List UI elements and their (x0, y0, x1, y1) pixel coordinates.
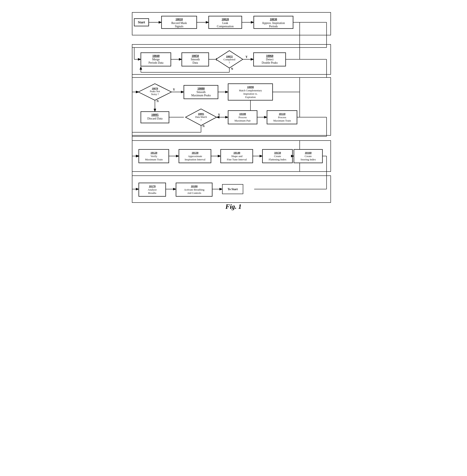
node-10080-id: 10080 (197, 87, 205, 90)
label-10070-Y: Y (173, 88, 175, 91)
node-10070-label2: Noisy ? (151, 93, 159, 96)
flowchart-diagram: Start 10010 Record Mask Signals 10020 Le… (130, 6, 337, 462)
node-10020-label1: Leak (222, 22, 228, 25)
node-10130-id: 10130 (192, 151, 198, 154)
label-10055-Y: Y (246, 55, 247, 59)
node-10120-label1: Verify (151, 155, 157, 158)
node-10120-label2: Maximum Train (145, 158, 163, 161)
node-10095-label: Discard Data (147, 117, 163, 120)
node-10170-label2: Breaths (148, 191, 156, 194)
node-10060-label1: Detect (266, 58, 274, 61)
node-10180-label2: Aid Controls (187, 191, 201, 194)
node-10080-label2: Maximum Peaks (191, 94, 211, 97)
node-10100-label2: Maximum Pair (234, 119, 251, 122)
node-10150-label1: Create (274, 155, 281, 158)
node-10160-label1: Create (305, 155, 312, 158)
label-10055-N: N (231, 67, 233, 71)
node-10170-label1: Analyze (148, 188, 157, 191)
node-10020-label2: Compensation (217, 25, 234, 28)
node-10040-id: 10040 (152, 54, 160, 57)
node-10030-label2: Periods (269, 25, 278, 28)
node-10100-id: 10100 (239, 112, 246, 115)
node-10040-label2: Periods Data (148, 61, 164, 64)
node-10110-id: 10110 (279, 112, 285, 115)
node-10180-label1: Activate Breathing (184, 188, 205, 191)
label-10091-Y: Y (218, 113, 220, 116)
node-10055-label1: Completed (223, 58, 235, 61)
node-10091-label1: Data Match (195, 115, 207, 118)
node-10050-label2: Data (193, 61, 198, 64)
node-10090-label1: Match Complementary (239, 89, 262, 92)
node-10120-id: 10120 (151, 151, 157, 154)
node-10140-id: 10140 (234, 151, 240, 154)
node-10030-id: 10030 (270, 18, 277, 21)
node-10170-id: 10170 (149, 185, 156, 188)
label-10091-N: N (203, 125, 205, 128)
node-10091-label2: ? (200, 119, 201, 122)
node-10040-label1: Merge (152, 58, 160, 61)
node-10060-id: 10060 (266, 54, 273, 57)
node-10091-id: 10091 (198, 113, 204, 115)
fig-caption: Fig. 1 (225, 203, 242, 210)
tostart-label: To Start (228, 188, 238, 191)
node-10055-label2: ? (229, 61, 230, 64)
node-10010-id: 10010 (176, 18, 183, 21)
node-10150-id: 10150 (274, 151, 281, 154)
node-10070-id: 10070 (152, 87, 158, 90)
node-10020-id: 10020 (222, 18, 229, 21)
node-10140-label1: Shape and (231, 155, 242, 158)
start-label: Start (138, 20, 145, 24)
node-10010-label2: Signals (175, 25, 183, 28)
node-10110-label2: Maximum Train (273, 119, 291, 122)
node-10160-label2: Snoring Index (300, 158, 316, 161)
node-10130-label2: Inspiration Interval (185, 158, 205, 161)
node-10010-label1: Record Mask (171, 22, 187, 25)
node-10100-label1: Process (238, 116, 247, 119)
node-10050-id: 10050 (192, 54, 199, 57)
node-10090-label2: Inspiration vs. (243, 92, 258, 95)
node-10110-label1: Process (278, 116, 286, 119)
node-10160-id: 10160 (305, 151, 312, 154)
label-10070-N: N (156, 100, 159, 103)
node-10090-label3: Expiration (245, 96, 256, 99)
node-10140-label2: Fine Tune Interval (227, 158, 247, 161)
node-10060-label2: Double Peaks (262, 61, 278, 64)
node-10070-label1: Peaks Not (150, 90, 160, 93)
node-10055-id: 10055 (226, 55, 233, 58)
node-10130-label1: Approximate (188, 155, 202, 158)
node-10050-label1: Smooth (191, 58, 200, 61)
node-10150-label2: Flattening Index (269, 158, 286, 161)
node-10180-id: 10180 (191, 185, 198, 188)
node-10090-id: 10090 (247, 85, 254, 88)
node-10095-id: 10095 (151, 113, 159, 116)
node-10030-label1: Approx. Inspiration (262, 22, 285, 25)
node-10080-label1: Smooth (196, 90, 206, 94)
